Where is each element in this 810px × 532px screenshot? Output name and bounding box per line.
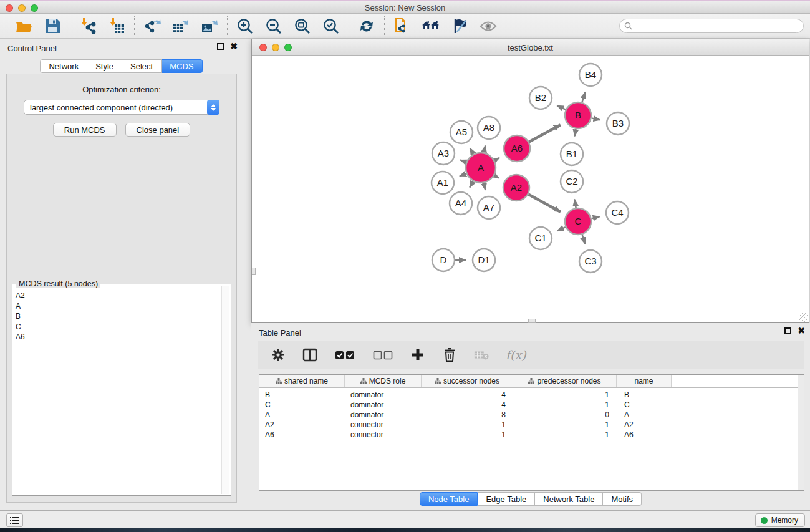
table-cell[interactable]: B	[259, 390, 345, 400]
table-cell[interactable]: 4	[422, 390, 513, 400]
edge-A-A2[interactable]	[494, 175, 499, 178]
network-graph[interactable]: B4B2BB3A5A8A6A3AB1A1A2C2A4A7C4CC1DD1C3	[252, 56, 809, 322]
table-cell[interactable]: connector	[345, 420, 422, 430]
graph-node-B1[interactable]: B1	[561, 143, 583, 165]
table-row[interactable]: Bdominator41B	[259, 390, 804, 400]
graph-node-C3[interactable]: C3	[579, 250, 602, 273]
graph-node-A8[interactable]: A8	[478, 117, 500, 139]
graph-node-B4[interactable]: B4	[579, 64, 602, 86]
network-canvas[interactable]: B4B2BB3A5A8A6A3AB1A1A2C2A4A7C4CC1DD1C3	[252, 56, 809, 322]
table-row[interactable]: Cdominator41C	[259, 400, 804, 410]
graph-node-A5[interactable]: A5	[450, 121, 473, 143]
table-cell[interactable]: A6	[617, 430, 672, 440]
import-table-icon[interactable]	[108, 17, 125, 35]
close-panel-button[interactable]: Close panel	[125, 123, 191, 137]
table-cell[interactable]: C	[259, 400, 345, 410]
table-cell[interactable]: 8	[422, 410, 513, 420]
edge-A-A4[interactable]	[470, 181, 473, 188]
graph-node-A7[interactable]: A7	[478, 196, 500, 219]
criterion-select[interactable]: largest connected component (directed)	[24, 100, 219, 115]
edge-A-A7[interactable]	[484, 183, 485, 190]
edge-A-A8[interactable]	[484, 145, 485, 152]
edge-C-C4[interactable]	[591, 216, 599, 218]
graph-node-A1[interactable]: A1	[432, 172, 454, 194]
close-table-panel-icon[interactable]: ✖	[798, 327, 805, 334]
graph-node-A3[interactable]: A3	[432, 142, 455, 165]
tab-network[interactable]: Network	[40, 59, 87, 73]
edge-B-B4[interactable]	[582, 92, 585, 102]
column-header-shared-name[interactable]: shared name	[259, 375, 345, 387]
import-network-icon[interactable]	[79, 17, 97, 35]
table-row[interactable]: A2connector11A2	[259, 420, 804, 430]
export-network-icon[interactable]	[143, 17, 161, 35]
annotation-visibility-icon[interactable]	[451, 17, 468, 35]
memory-button[interactable]: Memory	[755, 513, 805, 527]
tab-motifs[interactable]: Motifs	[603, 492, 642, 506]
table-cell[interactable]: connector	[345, 430, 422, 440]
graph-node-B3[interactable]: B3	[607, 112, 629, 135]
edge-B-B2[interactable]	[557, 105, 566, 109]
edge-C-C2[interactable]	[574, 200, 576, 208]
mcds-result-item[interactable]: C	[14, 322, 221, 332]
table-header-row[interactable]: shared name MCDS role successor nodes pr…	[259, 375, 804, 388]
delete-column-icon[interactable]	[442, 347, 457, 362]
edge-A2-C[interactable]	[528, 195, 561, 212]
add-column-icon[interactable]	[410, 347, 425, 362]
edge-C-C3[interactable]	[582, 235, 586, 244]
table-cell[interactable]: A	[259, 410, 345, 420]
graph-node-D[interactable]: D	[432, 249, 455, 271]
run-mcds-button[interactable]: Run MCDS	[53, 123, 117, 137]
table-cell[interactable]: A6	[259, 430, 345, 440]
tab-select[interactable]: Select	[122, 59, 162, 73]
task-history-button[interactable]	[6, 513, 23, 527]
zoom-selected-icon[interactable]	[322, 17, 340, 35]
refresh-icon[interactable]	[358, 17, 375, 35]
graph-node-A6[interactable]: A6	[504, 135, 530, 162]
eye-icon[interactable]	[480, 17, 497, 35]
splitter-handle[interactable]	[528, 319, 536, 323]
table-cell[interactable]: 1	[422, 420, 513, 430]
table-cell[interactable]: C	[617, 400, 672, 410]
table-scrollbar[interactable]	[798, 375, 804, 490]
graph-node-D1[interactable]: D1	[473, 249, 495, 271]
table-cell[interactable]: 1	[422, 430, 513, 440]
result-scrollbar[interactable]	[221, 286, 229, 494]
float-panel-icon[interactable]	[217, 43, 224, 50]
table-cell[interactable]: dominator	[345, 400, 422, 410]
save-session-icon[interactable]	[44, 17, 61, 35]
mcds-result-item[interactable]: A	[14, 301, 221, 312]
export-image-icon[interactable]	[201, 17, 218, 35]
mcds-result-item[interactable]: A2	[14, 291, 221, 301]
table-cell[interactable]: 1	[513, 420, 617, 430]
table-cell[interactable]: 1	[513, 430, 617, 440]
graph-node-A[interactable]: A	[466, 153, 496, 183]
graph-node-A4[interactable]: A4	[450, 192, 472, 215]
mcds-result-item[interactable]: B	[14, 311, 221, 322]
table-cell[interactable]: 1	[513, 390, 617, 400]
column-layout-icon[interactable]	[302, 347, 317, 362]
table-cell[interactable]: 0	[513, 410, 617, 420]
graph-node-B2[interactable]: B2	[529, 87, 552, 109]
zoom-fit-icon[interactable]	[294, 17, 311, 35]
table-row[interactable]: A6connector11A6	[259, 430, 804, 440]
tab-node-table[interactable]: Node Table	[420, 492, 478, 506]
table-cell[interactable]: A	[617, 410, 672, 420]
tab-edge-table[interactable]: Edge Table	[478, 492, 535, 506]
deselect-all-checkboxes-icon[interactable]	[372, 347, 393, 362]
settings-gear-icon[interactable]	[271, 347, 286, 362]
graph-node-C2[interactable]: C2	[561, 170, 583, 193]
network-window-titlebar[interactable]: testGlobe.txt	[252, 39, 809, 56]
graph-node-C[interactable]: C	[565, 208, 591, 235]
resize-grip[interactable]	[799, 313, 808, 322]
zoom-in-icon[interactable]	[236, 17, 254, 35]
column-header-predecessor-nodes[interactable]: predecessor nodes	[513, 375, 617, 387]
tab-style[interactable]: Style	[87, 59, 122, 73]
home-icon[interactable]	[422, 17, 440, 35]
table-cell[interactable]: 1	[513, 400, 617, 410]
edge-B-B3[interactable]	[592, 118, 600, 120]
table-cell[interactable]: A2	[259, 420, 345, 430]
float-table-panel-icon[interactable]	[784, 327, 791, 334]
graph-node-A2[interactable]: A2	[503, 175, 529, 201]
table-cell[interactable]: dominator	[345, 410, 422, 420]
edge-A-A1[interactable]	[460, 173, 466, 176]
